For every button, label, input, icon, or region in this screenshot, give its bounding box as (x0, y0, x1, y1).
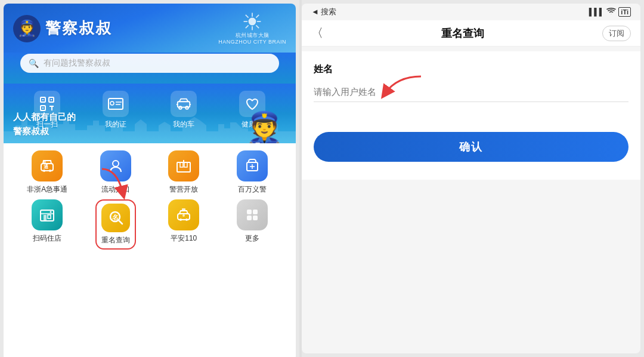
hangzhou-logo: 杭州城市大脑HANGZHOU CITY BRAIN (218, 12, 286, 45)
svg-rect-32 (177, 162, 190, 172)
svg-point-52 (182, 214, 185, 217)
app-title: 警察叔叔 (45, 18, 112, 39)
svg-line-5 (246, 15, 249, 18)
police110-icon (168, 199, 199, 230)
hero-car[interactable]: 我的车 (171, 91, 197, 130)
svg-rect-34 (184, 162, 187, 167)
svg-rect-40 (41, 210, 54, 221)
svg-rect-51 (182, 208, 185, 211)
nav-back-button[interactable]: 〈 (311, 25, 323, 41)
grid-item-volunteer[interactable]: 百万义警 (222, 150, 282, 195)
name-input[interactable] (314, 82, 628, 102)
starburst-icon (243, 12, 262, 31)
emergency-icon: 通 (32, 150, 63, 181)
search-bar[interactable]: 🔍 有问题找警察叔叔 (20, 54, 279, 73)
svg-rect-13 (51, 99, 52, 100)
right-panel: ◄ 搜索 ▌▌▌ iTi 〈 重名查询 订阅 姓名 (302, 4, 640, 353)
camp-label: 警营开放 (169, 184, 198, 195)
svg-rect-55 (247, 216, 252, 220)
svg-rect-29 (44, 161, 46, 163)
search-placeholder: 有问题找警察叔叔 (44, 58, 110, 69)
grid-item-police110[interactable]: 平安110 (154, 199, 213, 250)
svg-rect-14 (42, 107, 44, 109)
left-panel: 👮 警察叔叔 杭州城市大脑HANGZHOU CITY BRAIN (4, 4, 296, 357)
car-icon-box (171, 91, 197, 117)
police-character: 👮 (245, 112, 284, 143)
hotel-icon (32, 199, 63, 230)
camp-icon (168, 150, 199, 181)
emergency-label: 非浙A急事通 (27, 184, 67, 195)
search-icon: 🔍 (29, 59, 39, 68)
svg-rect-53 (247, 210, 252, 214)
svg-point-28 (49, 170, 51, 172)
hero-area: 扫一扫 我的证 (4, 84, 296, 143)
grid-item-camp[interactable]: 警营开放 (154, 150, 213, 195)
grid-item-hotel[interactable]: 扫码住店 (17, 199, 77, 250)
subscribe-button[interactable]: 订阅 (602, 26, 631, 41)
hangzhou-logo-text: 杭州城市大脑HANGZHOU CITY BRAIN (218, 32, 286, 45)
grid-item-more[interactable]: 更多 (222, 199, 282, 250)
name-check-label: 重名查询 (101, 235, 130, 245)
grid-item-name-check[interactable]: 名 重名查询 (86, 199, 145, 250)
status-bar: ◄ 搜索 ▌▌▌ iTi (302, 4, 640, 20)
grid-item-population[interactable]: 流动人口 (86, 150, 145, 195)
id-label: 我的证 (105, 119, 126, 130)
app-title-area: 👮 警察叔叔 (13, 15, 112, 42)
nav-bar: 〈 重名查询 订阅 (302, 20, 640, 47)
hero-text: 人人都有自己的 警察叔叔 (13, 110, 76, 139)
signal-icon: ▌▌▌ (589, 8, 605, 16)
svg-rect-54 (253, 210, 258, 214)
id-icon-box (103, 91, 129, 117)
svg-point-50 (185, 218, 188, 221)
police110-label: 平安110 (171, 233, 197, 244)
svg-line-6 (256, 25, 259, 28)
hero-id[interactable]: 我的证 (103, 91, 129, 130)
status-back-search: ◄ 搜索 (311, 7, 336, 17)
grid-section: 通 非浙A急事通 流动人口 (4, 143, 296, 357)
wifi-icon (606, 8, 616, 17)
svg-point-31 (113, 161, 119, 167)
more-label: 更多 (245, 233, 259, 244)
name-check-icon: 名 (101, 204, 130, 232)
svg-text:通: 通 (44, 164, 49, 170)
car-label: 我的车 (173, 119, 194, 130)
volunteer-label: 百万义警 (238, 184, 267, 195)
confirm-button[interactable]: 确认 (314, 132, 628, 162)
svg-point-18 (110, 101, 114, 105)
form-label-name: 姓名 (314, 63, 628, 76)
status-right-icons: ▌▌▌ iTi (589, 7, 631, 17)
form-section: 姓名 (302, 51, 640, 114)
svg-point-44 (50, 211, 52, 213)
population-icon (100, 150, 131, 181)
svg-rect-12 (42, 99, 44, 100)
grid-row-1: 通 非浙A急事通 流动人口 (13, 150, 286, 195)
svg-point-49 (179, 218, 182, 221)
svg-rect-41 (44, 215, 47, 221)
hotel-label: 扫码住店 (33, 233, 61, 244)
volunteer-icon (237, 150, 268, 181)
app-header: 👮 警察叔叔 杭州城市大脑HANGZHOU CITY BRAIN (4, 4, 296, 53)
more-icon (237, 199, 268, 230)
population-label: 流动人口 (101, 184, 130, 195)
svg-rect-33 (180, 162, 183, 167)
confirm-btn-area: 确认 (302, 114, 640, 180)
svg-rect-42 (48, 215, 51, 218)
page-title: 重名查询 (441, 26, 484, 41)
grid-item-emergency[interactable]: 通 非浙A急事通 (17, 150, 77, 195)
battery-icon: iTi (618, 7, 631, 17)
svg-point-0 (249, 18, 256, 26)
svg-line-46 (119, 220, 122, 224)
svg-rect-56 (253, 216, 258, 220)
svg-line-7 (256, 15, 259, 18)
svg-line-8 (246, 25, 249, 28)
grid-row-2: 扫码住店 名 重名查询 (13, 199, 286, 250)
svg-point-27 (43, 170, 45, 172)
svg-text:名: 名 (111, 214, 118, 221)
police-avatar: 👮 (13, 15, 41, 42)
hero-text-line2: 警察叔叔 (13, 124, 76, 139)
hero-text-line1: 人人都有自己的 (13, 110, 76, 124)
